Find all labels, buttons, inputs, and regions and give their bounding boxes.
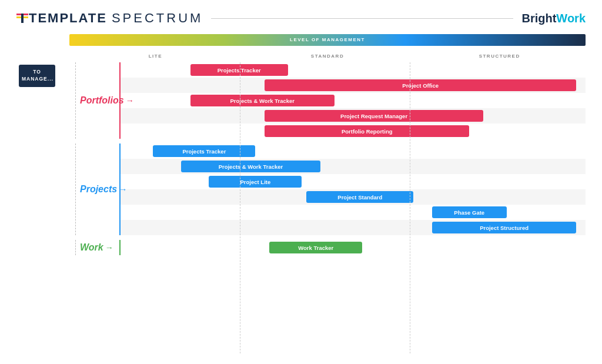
svg-rect-2 bbox=[21, 14, 24, 23]
portfolios-rows: Projects Tracker Project Office Projects… bbox=[119, 62, 586, 139]
portfolios-dashed-line bbox=[75, 62, 76, 139]
logo-divider-line bbox=[211, 18, 513, 19]
work-label-col: Work → bbox=[69, 240, 119, 255]
bar-work-tracker: Work Tracker bbox=[269, 242, 362, 253]
bar-projects-work-tracker-proj: Projects & Work Tracker bbox=[181, 161, 320, 172]
projects-arrow: → bbox=[119, 185, 127, 194]
col-label-structured: STRUCTURED bbox=[413, 54, 586, 59]
main-content: TO MANAGE... LEVEL OF MANAGEMENT LITE ST… bbox=[16, 34, 586, 353]
bar-project-standard: Project Standard bbox=[306, 191, 413, 203]
level-col-labels: LITE STANDARD STRUCTURED bbox=[69, 54, 586, 59]
projects-label-col: Projects → bbox=[69, 143, 119, 235]
logo-template: TEMPLATE bbox=[29, 11, 107, 26]
manage-box: TO MANAGE... bbox=[19, 65, 55, 87]
header: TEMPLATE SPECTRUM BrightWork bbox=[16, 11, 586, 26]
work-label-wrapper: Work → bbox=[80, 242, 113, 253]
vline-2 bbox=[410, 62, 410, 353]
work-dashed-line bbox=[75, 240, 76, 255]
logo-spectrum: SPECTRUM bbox=[112, 11, 203, 26]
t-icon bbox=[16, 12, 28, 25]
chart-row: Projects Tracker bbox=[121, 62, 586, 78]
work-rows: Work Tracker bbox=[119, 240, 586, 255]
work-section: Work → Work Tracker bbox=[69, 240, 586, 255]
chart-row-alt: Project Request Manager bbox=[121, 108, 586, 123]
projects-rows: Projects Tracker Projects & Work Tracker… bbox=[119, 143, 586, 235]
portfolios-label-wrapper: Portfolios → bbox=[80, 95, 134, 106]
col-label-standard: STANDARD bbox=[242, 54, 414, 59]
rows-container: Portfolios → Projects Tracker Project Of… bbox=[69, 62, 586, 353]
projects-label: Projects bbox=[80, 184, 117, 195]
manage-line1: TO bbox=[33, 69, 41, 75]
bar-project-structured: Project Structured bbox=[432, 222, 576, 233]
bar-project-lite: Project Lite bbox=[209, 176, 302, 188]
manage-line2: MANAGE... bbox=[22, 76, 53, 82]
header-spacer bbox=[16, 34, 69, 65]
col-label-lite: LITE bbox=[69, 54, 242, 59]
chart-row: Work Tracker bbox=[121, 240, 586, 255]
chart-row: Portfolio Reporting bbox=[121, 123, 586, 139]
bar-project-office: Project Office bbox=[265, 79, 576, 91]
bar-projects-work-tracker-p: Projects & Work Tracker bbox=[190, 95, 335, 106]
portfolios-arrow: → bbox=[126, 96, 134, 105]
chart-row-alt: Project Structured bbox=[121, 220, 586, 235]
projects-label-wrapper: Projects → bbox=[80, 184, 127, 195]
portfolios-label-col: Portfolios → bbox=[69, 62, 119, 139]
bar-phase-gate: Phase Gate bbox=[432, 206, 507, 218]
bar-project-request-manager: Project Request Manager bbox=[265, 110, 483, 122]
bar-portfolio-reporting: Portfolio Reporting bbox=[265, 125, 469, 137]
projects-dashed-line bbox=[75, 143, 76, 235]
page-wrapper: TEMPLATE SPECTRUM BrightWork TO MANAGE..… bbox=[0, 0, 602, 364]
brightwork-highlight: Work bbox=[556, 12, 586, 25]
chart-row: Projects & Work Tracker bbox=[121, 93, 586, 108]
projects-section: Projects → Projects Tracker Projects & W… bbox=[69, 143, 586, 235]
vline-1 bbox=[240, 62, 240, 353]
work-label: Work bbox=[80, 242, 103, 253]
left-labels: TO MANAGE... bbox=[16, 34, 69, 353]
template-spectrum-logo: TEMPLATE SPECTRUM bbox=[16, 11, 203, 26]
level-management-label: LEVEL OF MANAGEMENT bbox=[290, 34, 365, 46]
chart-row-alt: Project Standard bbox=[121, 189, 586, 205]
gradient-bar: LEVEL OF MANAGEMENT bbox=[69, 34, 586, 46]
portfolios-section: Portfolios → Projects Tracker Project Of… bbox=[69, 62, 586, 139]
bar-projects-tracker-p: Projects Tracker bbox=[190, 64, 288, 76]
chart-row-alt: Projects & Work Tracker bbox=[121, 159, 586, 174]
chart-row: Project Lite bbox=[121, 174, 586, 189]
portfolios-label: Portfolios bbox=[80, 95, 124, 106]
chart-row: Phase Gate bbox=[121, 205, 586, 220]
logo-text: TEMPLATE bbox=[16, 11, 107, 26]
level-header: LEVEL OF MANAGEMENT LITE STANDARD STRUCT… bbox=[69, 34, 586, 59]
work-arrow: → bbox=[105, 243, 113, 252]
chart-area: LEVEL OF MANAGEMENT LITE STANDARD STRUCT… bbox=[69, 34, 586, 353]
chart-row: Projects Tracker bbox=[121, 143, 586, 159]
brightwork-logo: BrightWork bbox=[521, 12, 586, 25]
chart-row-alt: Project Office bbox=[121, 78, 586, 93]
